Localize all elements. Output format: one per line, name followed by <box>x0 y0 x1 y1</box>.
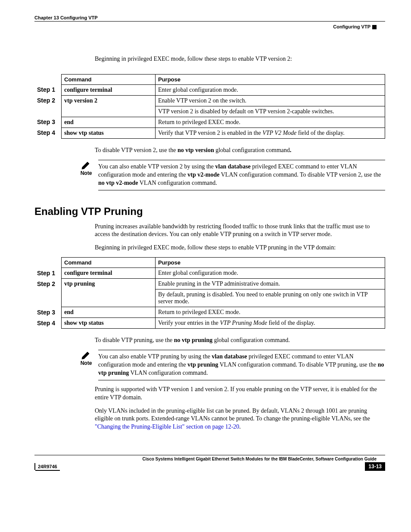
note-text-1: You can also enable VTP version 2 by usi… <box>98 160 385 190</box>
page-number: 13-13 <box>365 462 385 471</box>
table2-purpose2a: Enable pruning in the VTP administrative… <box>156 279 385 289</box>
table2-head-purpose: Purpose <box>156 258 385 268</box>
table1-step1: Step 1 <box>34 84 62 95</box>
table2-purpose4: Verify your entries in the VTP Pruning M… <box>156 318 385 329</box>
table2-step2: Step 2 <box>34 279 62 307</box>
table1-cmd1: configure terminal <box>62 84 156 95</box>
section-header: Configuring VTP <box>34 24 385 29</box>
table2-cmd3: end <box>62 307 156 318</box>
table2-step3: Step 3 <box>34 307 62 318</box>
table1-purpose1: Enter global configuration mode. <box>156 84 385 95</box>
steps-table-1: Command Purpose Step 1 configure termina… <box>34 74 385 139</box>
table2-head-command: Command <box>62 258 156 268</box>
table1-purpose3: Return to privileged EXEC mode. <box>156 117 385 128</box>
table1-step2: Step 2 <box>34 95 62 117</box>
note-text-2: You can also enable VTP pruning by using… <box>98 350 385 380</box>
section2-disable-text: To disable VTP pruning, use the no vtp p… <box>95 336 385 345</box>
section2-p1: Pruning increases available bandwidth by… <box>95 223 385 239</box>
section-header-text: Configuring VTP <box>333 24 371 29</box>
table1-purpose2b: VTP version 2 is disabled by default on … <box>156 106 385 117</box>
table1-cmd3: end <box>62 117 156 128</box>
pruning-eligible-list-link[interactable]: "Changing the Pruning-Eligible List" sec… <box>95 423 239 430</box>
table1-purpose2a: Enable VTP version 2 on the switch. <box>156 95 385 106</box>
note-label-1: Note <box>78 170 95 176</box>
steps-table-2: Command Purpose Step 1 configure termina… <box>34 257 385 329</box>
table2-purpose2b: By default, pruning is disabled. You nee… <box>156 289 385 307</box>
table1-purpose4: Verify that VTP version 2 is enabled in … <box>156 128 385 138</box>
table2-cmd2: vtp pruning <box>62 279 156 307</box>
table2-step1: Step 1 <box>34 268 62 279</box>
section2-p4: Only VLANs included in the pruning-eligi… <box>95 407 385 432</box>
section2-p3: Pruning is supported with VTP version 1 … <box>95 386 385 402</box>
pencil-icon <box>81 350 91 359</box>
table2-purpose1: Enter global configuration mode. <box>156 268 385 279</box>
table1-step3: Step 3 <box>34 117 62 128</box>
table1-step4: Step 4 <box>34 128 62 138</box>
page-footer: Cisco Systems Intelligent Gigabit Ethern… <box>34 455 385 471</box>
table2-step4: Step 4 <box>34 318 62 329</box>
table1-head-command: Command <box>62 74 156 84</box>
table1-cmd4: show vtp status <box>62 128 156 138</box>
section1-intro: Beginning in privileged EXEC mode, follo… <box>95 55 385 63</box>
section2-p2: Beginning in privileged EXEC mode, follo… <box>95 244 385 252</box>
doc-number: 24R9746 <box>35 464 60 471</box>
section1-disable-text: To disable VTP version 2, use the no vtp… <box>95 146 385 155</box>
table1-head-purpose: Purpose <box>156 74 385 84</box>
table2-cmd4: show vtp status <box>62 318 156 329</box>
note-label-2: Note <box>78 360 95 366</box>
note-block-1: Note You can also enable VTP version 2 b… <box>78 160 385 190</box>
section2-heading: Enabling VTP Pruning <box>34 205 385 218</box>
header-marker-icon <box>372 25 377 29</box>
table2-purpose3: Return to privileged EXEC mode. <box>156 307 385 318</box>
pencil-icon <box>81 160 91 169</box>
chapter-header: Chapter 13 Configuring VTP <box>34 15 385 22</box>
table1-cmd2: vtp version 2 <box>62 95 156 117</box>
table2-cmd1: configure terminal <box>62 268 156 279</box>
note-block-2: Note You can also enable VTP pruning by … <box>78 350 385 380</box>
footer-title: Cisco Systems Intelligent Gigabit Ethern… <box>34 457 385 461</box>
